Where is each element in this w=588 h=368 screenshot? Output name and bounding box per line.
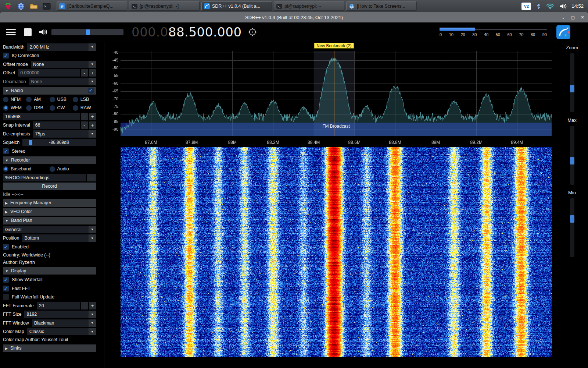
spectrum-view[interactable]: New Bookmark (2) <box>104 42 556 147</box>
mode-dsb[interactable]: DSB <box>26 105 49 111</box>
offset-mode-select[interactable]: None <box>31 61 96 68</box>
snap-increment-button[interactable] <box>89 121 96 129</box>
radio-bandwidth-row: 165868 <box>3 113 96 121</box>
file-manager-launcher-button[interactable] <box>29 1 39 11</box>
bookmark-label[interactable]: New Bookmark (2) <box>314 43 354 49</box>
record-button[interactable]: Record <box>3 183 96 190</box>
offset-decrement-button[interactable] <box>81 69 88 77</box>
browse-button[interactable]: ... <box>87 174 96 181</box>
radio-enable-checkbox[interactable] <box>88 88 94 93</box>
taskbar-window-browser[interactable]: [How to Take Screens... <box>346 1 417 11</box>
position-select[interactable]: Bottom <box>22 234 96 242</box>
mode-label: USB <box>57 97 67 102</box>
stop-button[interactable] <box>24 28 32 36</box>
radio-icon <box>50 97 55 102</box>
squelch-slider[interactable]: -86.869dB <box>22 139 96 146</box>
volume-status-icon[interactable] <box>559 3 567 10</box>
enabled-checkbox[interactable] <box>3 244 9 250</box>
min-slider-handle[interactable] <box>570 215 574 223</box>
radio-section-header[interactable]: Radio <box>3 87 96 95</box>
recording-path-input[interactable]: %ROOT%/recordings <box>3 174 86 181</box>
bandwidth-decrement-button[interactable] <box>81 113 88 120</box>
recorder-mode-row: Baseband Audio <box>3 165 96 173</box>
show-waterfall-checkbox[interactable] <box>3 277 9 283</box>
maximize-icon[interactable] <box>571 15 575 20</box>
zoom-slider[interactable] <box>570 53 574 112</box>
volume-slider-handle[interactable] <box>86 29 90 35</box>
window-titlebar[interactable]: SDR++ v1.0.4 (Built at 00:28:45, Oct 13 … <box>0 12 588 22</box>
mode-usb[interactable]: USB <box>50 97 73 102</box>
minimize-icon[interactable] <box>561 15 565 20</box>
sinks-section-header[interactable]: Sinks <box>3 344 96 352</box>
recorder-section-header[interactable]: Recorder <box>3 156 96 164</box>
mode-nfm[interactable]: NFM <box>3 97 26 102</box>
terminal-launcher-button[interactable]: >_ <box>42 1 52 11</box>
offset-value: 0.000000 <box>20 70 39 75</box>
fft-framerate-input[interactable]: 20 <box>37 302 80 309</box>
tuning-mode-button[interactable] <box>248 27 257 37</box>
waterfall-view[interactable] <box>121 147 552 357</box>
fast-fft-checkbox[interactable] <box>3 286 9 291</box>
offset-increment-button[interactable] <box>89 69 96 77</box>
decimation-select[interactable]: None <box>29 78 96 85</box>
stereo-checkbox[interactable] <box>3 148 9 154</box>
fft-size-select[interactable]: 8192 <box>24 311 96 318</box>
full-waterfall-update-checkbox[interactable] <box>3 294 9 300</box>
browser-launcher-button[interactable] <box>16 1 26 11</box>
vfo-color-section-header[interactable]: VFO Color <box>3 208 96 216</box>
recorder-mode-baseband[interactable]: Baseband <box>3 166 50 172</box>
bandwidth-label: Bandwidth <box>3 45 24 50</box>
framerate-increment-button[interactable] <box>89 302 96 309</box>
taskbar-window-editor[interactable]: [CaribouliteSampleQ... <box>57 1 127 11</box>
svg-text:+: + <box>564 32 567 38</box>
squelch-slider-handle[interactable] <box>29 140 32 145</box>
bandwidth-increment-button[interactable] <box>89 113 96 120</box>
band-plan-select[interactable]: General <box>3 226 96 233</box>
crosshair-icon <box>248 27 257 37</box>
deemphasis-select[interactable]: 75µs <box>33 130 96 138</box>
recorder-mode-audio[interactable]: Audio <box>50 166 96 172</box>
bandwidth-select[interactable]: 2.00 MHz <box>27 43 96 51</box>
color-map-select[interactable]: Classic <box>27 328 96 335</box>
radio-bandwidth-input[interactable]: 165868 <box>3 113 80 120</box>
snap-interval-input[interactable]: 66 <box>33 121 80 129</box>
display-section-header[interactable]: Display <box>3 267 96 275</box>
mode-lsb[interactable]: LSB <box>73 97 96 102</box>
volume-slider[interactable] <box>51 29 123 35</box>
full-waterfall-update-row: Full Waterfall Update <box>3 293 96 301</box>
max-slider[interactable] <box>570 126 574 185</box>
mode-cw[interactable]: CW <box>50 105 73 111</box>
mute-button[interactable] <box>38 28 48 36</box>
framerate-decrement-button[interactable] <box>81 302 88 309</box>
mode-wfm[interactable]: WFM <box>3 105 26 111</box>
taskbar-window-terminal-2[interactable]: >_ pi@raspberrypi: ~ <box>274 1 344 11</box>
frequency-manager-section-header[interactable]: Frequency Manager <box>3 199 96 207</box>
terminal-icon: >_ <box>132 3 137 9</box>
fft-window-select[interactable]: Blackman <box>32 319 96 327</box>
min-slider[interactable] <box>570 198 574 257</box>
mode-am[interactable]: AM <box>26 97 49 102</box>
waterfall-canvas[interactable] <box>121 147 552 357</box>
vnc-status-button[interactable]: V2 <box>521 3 531 10</box>
taskbar-window-sdrpp[interactable]: ++ SDR++ v1.0.4 (Built a... <box>201 1 272 11</box>
raspberry-menu-button[interactable] <box>3 1 13 11</box>
spectrum-canvas[interactable] <box>104 42 556 147</box>
zoom-slider-handle[interactable] <box>570 85 574 92</box>
offset-input[interactable]: 0.000000 <box>18 69 80 77</box>
frequency-display[interactable]: 000.088.500.000 <box>132 25 242 39</box>
stereo-label: Stereo <box>12 149 25 154</box>
iq-correction-checkbox[interactable] <box>3 53 9 59</box>
taskbar-window-label: pi@raspberrypi: ~ <box>284 4 321 9</box>
bluetooth-icon[interactable] <box>535 3 541 10</box>
band-plan-section-header[interactable]: Band Plan <box>3 217 96 224</box>
snap-decrement-button[interactable] <box>81 121 88 129</box>
min-label: Min <box>568 190 576 195</box>
menu-button[interactable] <box>5 28 17 37</box>
chevron-down-icon <box>89 130 96 138</box>
close-icon[interactable] <box>581 15 584 20</box>
wifi-icon[interactable] <box>546 3 555 10</box>
taskbar-window-terminal-1[interactable]: >_ [pi@raspberrypi: ~] <box>129 1 200 11</box>
mode-raw[interactable]: RAW <box>73 105 96 111</box>
max-slider-handle[interactable] <box>570 157 574 164</box>
main-display: New Bookmark (2) <box>104 42 556 368</box>
